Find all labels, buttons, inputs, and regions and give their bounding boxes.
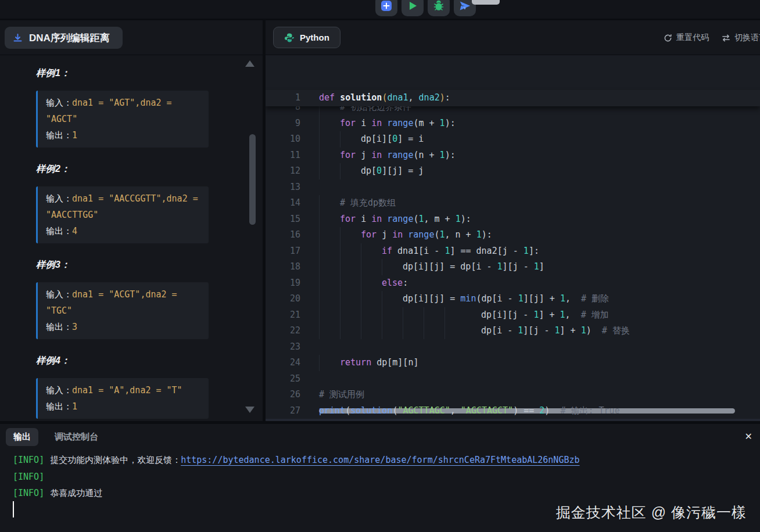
scroll-down-arrow[interactable] [245, 407, 254, 413]
indent-guide [444, 323, 465, 339]
code-line-11[interactable]: 11for j in range(n + 1): [266, 148, 760, 164]
editor-actions: 重置代码 切换语言 [664, 20, 760, 55]
sample-output-value: 1 [72, 130, 77, 141]
code-text: dp[i][j - 1] + 1, # 增加 [319, 307, 609, 323]
code-text: # 测试用例 [319, 387, 364, 403]
log-tag: [INFO] [13, 472, 44, 482]
code-line-13[interactable]: 13 [266, 179, 760, 196]
code-text: if dna1[i - 1] == dna2[j - 1]: [319, 243, 539, 260]
line-number: 25 [266, 371, 300, 387]
code-line-25[interactable]: 25 [266, 371, 760, 387]
download-icon [13, 33, 23, 43]
problem-panel: DNA序列编辑距离 样例1： 输入：dna1 = "AGT",dna2 = "A… [0, 20, 263, 421]
scroll-up-arrow[interactable] [245, 60, 254, 67]
sample-box: 输入：dna1 = "AGT",dna2 = "AGCT" 输出：1 [36, 91, 209, 148]
code-line-19[interactable]: 19else: [266, 275, 760, 292]
log-text: 恭喜成功通过 [50, 488, 102, 498]
code-text: for j in range(1, n + 1): [319, 227, 492, 243]
sample-box: 输入：dna1 = "AACCGGTT",dna2 = "AACCTTGG" 输… [36, 186, 209, 243]
code-line-12[interactable]: 12dp[0][j] = j [266, 163, 760, 179]
sample-output-label: 输出： [46, 226, 72, 236]
indent-guide [319, 275, 340, 292]
line-number: 26 [266, 387, 300, 403]
code-line-14[interactable]: 14# 填充dp数组 [266, 195, 760, 211]
sample-input-label: 输入： [46, 193, 72, 203]
code-line-15[interactable]: 15for i in range(1, m + 1): [266, 211, 760, 228]
line-number: 12 [266, 163, 300, 179]
problem-header: DNA序列编辑距离 [0, 20, 263, 55]
code-text: print(solution("AGCCGAGC", "GCTAGCT") ==… [319, 419, 615, 421]
sample-output-value: 4 [72, 226, 77, 236]
sample-heading: 样例2： [36, 163, 263, 175]
watermark: 掘金技术社区 @ 像污穢一樣 [556, 503, 747, 522]
paper-plane-icon [459, 0, 471, 12]
language-tab[interactable]: Python [273, 27, 340, 48]
close-icon[interactable]: ✕ [745, 431, 752, 442]
code-line-1[interactable]: 1def solution(dna1, dna2): [266, 90, 760, 106]
reset-code-button[interactable]: 重置代码 [664, 33, 709, 43]
code-line-26[interactable]: 26# 测试用例 [266, 387, 760, 403]
log-text: 提交功能内测体验中，欢迎反馈： [50, 455, 181, 465]
left-scrollbar-thumb[interactable] [249, 134, 256, 225]
editor-panel: Python 重置代码 切换语言 8# 初始化边 [266, 20, 760, 421]
sample-output-value: 1 [72, 401, 77, 412]
code-line-16[interactable]: 16for j in range(1, n + 1): [266, 227, 760, 243]
code-line-10[interactable]: 10dp[i][0] = i [266, 131, 760, 148]
code-text: return dp[m][n] [319, 355, 418, 371]
feedback-link[interactable]: https://bytedance.larkoffice.com/share/b… [181, 455, 579, 465]
code-text: dp[0][j] = j [319, 163, 424, 179]
code-line-21[interactable]: 21 dp[i][j - 1] + 1, # 增加 [266, 307, 760, 323]
code-text: dp[i][j] = min(dp[i - 1][j] + 1, # 删除 [319, 291, 609, 307]
indent-guide [382, 291, 403, 307]
tab-debug-console[interactable]: 调试控制台 [55, 432, 98, 443]
indent-guide [424, 307, 444, 323]
sample-heading: 样例4： [36, 355, 263, 367]
code-text: for i in range(m + 1): [319, 116, 456, 132]
indent-guide [319, 355, 340, 371]
line-number: 13 [266, 179, 300, 196]
debug-button[interactable] [428, 0, 450, 16]
line-number: 23 [266, 339, 300, 355]
line-number: 19 [266, 275, 300, 292]
refresh-icon [664, 34, 672, 42]
line-number: 14 [266, 195, 300, 211]
indent-guide [319, 116, 340, 132]
problem-title-button[interactable]: DNA序列编辑距离 [5, 27, 123, 49]
code-text: def solution(dna1, dna2): [319, 90, 450, 106]
code-line-24[interactable]: 24return dp[m][n] [266, 355, 760, 371]
indent-guide [340, 227, 361, 243]
code-text: for i in range(1, m + 1): [319, 211, 471, 228]
line-number: 22 [266, 323, 300, 339]
indent-guide [319, 307, 340, 323]
output-tabs: 输出 调试控制台 [6, 428, 98, 446]
code-line-23[interactable]: 23 [266, 339, 760, 355]
code-line-17[interactable]: 17if dna1[i - 1] == dna2[j - 1]: [266, 243, 760, 260]
log-tag: [INFO] [13, 488, 44, 498]
code-line-27[interactable]: 27print(solution("AGCTTAGC", "AGCTAGCT")… [266, 403, 760, 419]
tab-output[interactable]: 输出 [6, 428, 38, 446]
code-line-22[interactable]: 22 dp[i - 1][j - 1] + 1) # 替换 [266, 323, 760, 339]
indent-guide [403, 307, 424, 323]
indent-guide [403, 323, 424, 339]
indent-guide [340, 131, 361, 148]
run-button[interactable] [401, 0, 424, 16]
code-line-18[interactable]: 18dp[i][j] = dp[i - 1][j - 1] [266, 259, 760, 275]
code-line-28[interactable]: 28print(solution("AGCCGAGC", "GCTAGCT") … [266, 419, 760, 421]
play-icon [407, 0, 418, 12]
indent-guide [340, 163, 361, 179]
sample-input-label: 输入： [46, 385, 72, 395]
indent-guide [340, 291, 361, 307]
sample-input-value: dna1 = "A",dna2 = "T" [72, 385, 182, 396]
sticky-line[interactable]: 1def solution(dna1, dna2): [266, 90, 760, 106]
switch-language-button[interactable]: 切换语言 [722, 33, 760, 43]
indent-guide [319, 259, 340, 275]
log-line: [INFO] [13, 469, 580, 486]
code-line-9[interactable]: 9for i in range(m + 1): [266, 116, 760, 132]
indent-guide [340, 275, 361, 292]
add-button[interactable] [375, 0, 397, 16]
log-line: [INFO]恭喜成功通过 [13, 485, 580, 502]
indent-guide [319, 227, 340, 243]
code-line-20[interactable]: 20dp[i][j] = min(dp[i - 1][j] + 1, # 删除 [266, 291, 760, 307]
code-editor[interactable]: 8# 初始化边界条件9for i in range(m + 1):10dp[i]… [266, 55, 760, 421]
indent-guide [340, 259, 361, 275]
